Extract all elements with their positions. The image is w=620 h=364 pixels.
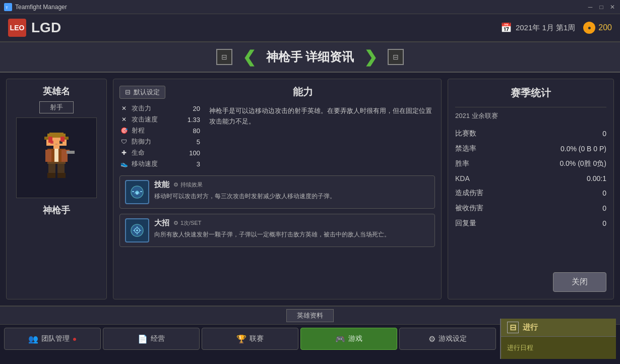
detail-title: 神枪手 详细资讯: [266, 49, 354, 65]
app-icon: T: [4, 3, 12, 11]
coin-icon: ●: [583, 22, 595, 34]
settings-icon: ⊟: [125, 88, 131, 96]
stat-name-r-6: 回复量: [455, 219, 476, 228]
stat-value-1: 1.33: [180, 116, 200, 124]
hero-sprite: [36, 133, 77, 183]
stat-label-0: 攻击力: [132, 104, 177, 113]
season-stat-4: 造成伤害 0: [455, 187, 606, 199]
nav-label-manage: 经营: [151, 334, 165, 343]
stat-row-2: 🎯 射程 80: [119, 126, 200, 135]
speed-icon: 👟: [119, 160, 129, 167]
skill-card-0: 技能 ⚙ 持续效果 移动时可以攻击对方，每三次攻击时发射减少敌人移动速度的子弹。: [119, 175, 435, 209]
bottom-area: 英雄资料 👥 团队管理 ● 📄 经营 🏆 联赛 🎮 游戏 ⚙ 游戏设定 ⊟ 进行: [0, 306, 620, 364]
skill-name-1: 大招: [154, 218, 169, 228]
middle-panel: ⊟ 默认设定 能力 ✕ 攻击力 20 ✕ 攻击速度 1.33 🎯: [113, 79, 442, 299]
league-icon: 🏆: [236, 334, 246, 344]
stat-label-4: 生命: [132, 148, 177, 157]
nav-item-settings[interactable]: ⚙ 游戏设定: [399, 328, 496, 350]
svg-point-32: [136, 229, 138, 231]
header-bar: LEO LGD 📅 2021年 1月 第1周 ● 200: [0, 14, 620, 42]
detail-icon-right: ⊟: [388, 49, 404, 65]
detail-icon-left: ⊟: [216, 49, 232, 65]
hp-icon: ✚: [119, 149, 129, 156]
range-icon: 🎯: [119, 127, 129, 134]
nav-label-settings: 游戏设定: [439, 334, 467, 343]
left-panel: 英雄名 射手: [6, 79, 107, 299]
svg-rect-22: [48, 137, 52, 143]
stat-row-0: ✕ 攻击力 20: [119, 104, 200, 113]
svg-rect-28: [140, 191, 142, 192]
coin-area: ● 200: [583, 22, 612, 34]
svg-rect-21: [67, 151, 75, 154]
stat-name-r-3: KDA: [455, 174, 470, 183]
team-name: LGD: [31, 20, 61, 36]
hero-sprite-box: [16, 117, 97, 198]
skill-icon-1: [125, 218, 149, 242]
stat-row-3: 🛡 防御力 5: [119, 137, 200, 146]
nav-label-game: 游戏: [348, 334, 362, 343]
team-logo: LEO: [8, 19, 26, 37]
minimize-button[interactable]: ─: [587, 4, 594, 11]
stat-row-4: ✚ 生命 100: [119, 148, 200, 157]
season-stat-5: 被收伤害 0: [455, 202, 606, 214]
stat-value-5: 3: [180, 160, 200, 168]
settings-button[interactable]: ⊟ 默认设定: [119, 86, 165, 99]
skill-desc-0: 移动时可以攻击对方，每三次攻击时发射减少敌人移动速度的子弹。: [154, 192, 429, 201]
team-badge: ●: [73, 335, 77, 343]
svg-rect-15: [47, 162, 66, 164]
svg-rect-9: [55, 144, 57, 145]
svg-rect-27: [132, 191, 134, 192]
stat-name-r-0: 比赛数: [455, 129, 476, 138]
skill-right-0: 技能 ⚙ 持续效果 移动时可以攻击对方，每三次攻击时发射减少敌人移动速度的子弹。: [154, 180, 429, 201]
divider-1: [455, 107, 606, 107]
svg-rect-14: [54, 149, 58, 163]
svg-point-26: [136, 192, 139, 195]
hero-info-button[interactable]: 英雄资料: [286, 309, 334, 322]
stat-row-5: 👟 移动速度 3: [119, 159, 200, 168]
svg-text:T: T: [6, 6, 8, 10]
progress-icon: ⊟: [507, 322, 519, 333]
game-icon: 🎮: [335, 334, 345, 344]
maximize-button[interactable]: □: [598, 4, 605, 11]
svg-rect-4: [49, 133, 64, 135]
season-stat-1: 禁选率 0.0% (0 B 0 P): [455, 143, 606, 155]
close-btn-area: 关闭: [455, 272, 606, 292]
skill-tag-1: ⚙ 1次/SET: [173, 219, 202, 227]
stat-value-4: 100: [180, 149, 200, 157]
stat-label-2: 射程: [132, 126, 177, 135]
prev-hero-button[interactable]: ❮: [242, 49, 256, 65]
attack-icon: ✕: [119, 105, 129, 112]
stat-label-5: 移动速度: [132, 159, 177, 168]
close-button[interactable]: 关闭: [553, 272, 606, 292]
stat-name-r-4: 造成伤害: [455, 189, 483, 198]
defense-icon: 🛡: [119, 138, 129, 145]
main-content: 英雄名 射手: [0, 73, 620, 306]
stat-val-r-0: 0: [602, 130, 606, 138]
skill-header-0: 技能 ⚙ 持续效果: [154, 180, 429, 190]
stat-value-0: 20: [180, 105, 200, 112]
svg-rect-23: [60, 137, 65, 142]
svg-rect-18: [47, 173, 55, 178]
nav-buttons: 👥 团队管理 ● 📄 经营 🏆 联赛 🎮 游戏 ⚙ 游戏设定 ⊟ 进行: [0, 325, 620, 353]
skill-card-1: 大招 ⚙ 1次/SET 向所有敌人快速发射一颗子弹，子弹以一定概率打击敌方英雄，…: [119, 214, 435, 247]
nav-item-manage[interactable]: 📄 经营: [103, 328, 200, 350]
season-stat-3: KDA 0.00:1: [455, 173, 606, 184]
skill-right-1: 大招 ⚙ 1次/SET 向所有敌人快速发射一颗子弹，子弹以一定概率打击敌方英雄，…: [154, 218, 429, 239]
nav-item-league[interactable]: 🏆 联赛: [202, 328, 298, 350]
skill-desc-1: 向所有敌人快速发射一颗子弹，子弹以一定概率打击敌方英雄，被击中的敌人当场死亡。: [154, 230, 429, 239]
nav-item-game[interactable]: 🎮 游戏: [300, 328, 397, 350]
header-right: 📅 2021年 1月 第1周 ● 200: [501, 22, 612, 34]
stat-name-r-5: 被收伤害: [455, 204, 483, 213]
close-window-button[interactable]: ✕: [609, 4, 616, 11]
progress-header: ⊟ 进行: [501, 319, 616, 337]
nav-item-team[interactable]: 👥 团队管理 ●: [4, 328, 101, 350]
title-bar: T Teamfight Manager ─ □ ✕: [0, 0, 620, 14]
stat-label-1: 攻击速度: [132, 115, 177, 124]
manage-icon: 📄: [138, 334, 148, 344]
detail-header: ⊟ ❮ 神枪手 详细资讯 ❯ ⊟: [0, 42, 620, 73]
svg-rect-10: [53, 146, 59, 149]
logo-area: LEO LGD: [8, 19, 61, 37]
next-hero-button[interactable]: ❯: [364, 49, 378, 65]
bottom-right-panel: ⊟ 进行 进行日程: [500, 319, 616, 359]
atkspeed-icon: ✕: [119, 116, 129, 123]
